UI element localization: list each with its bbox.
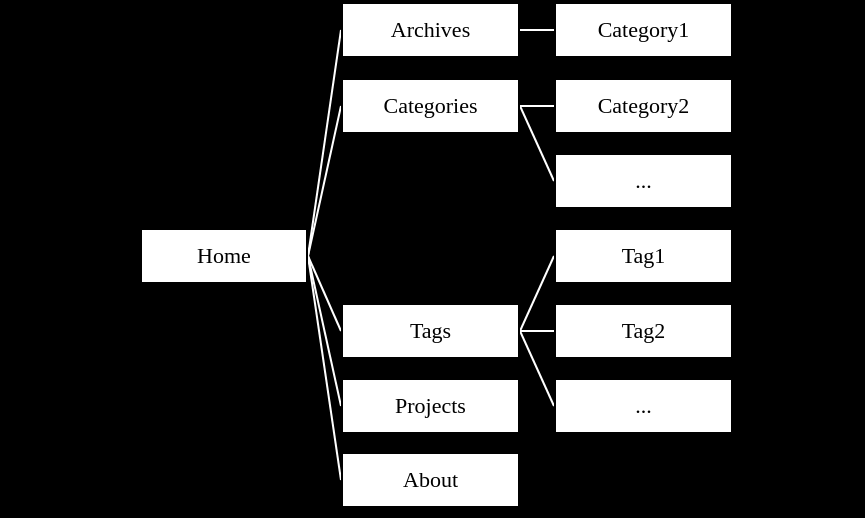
archives-node[interactable]: Archives — [341, 2, 520, 58]
tags-label: Tags — [410, 318, 451, 344]
about-node[interactable]: About — [341, 452, 520, 508]
svg-line-3 — [308, 256, 341, 406]
svg-line-2 — [308, 256, 341, 331]
svg-line-4 — [308, 256, 341, 480]
ellipsis1-label: ... — [635, 168, 652, 194]
svg-line-10 — [520, 331, 554, 406]
home-node[interactable]: Home — [140, 228, 308, 284]
archives-label: Archives — [391, 17, 470, 43]
projects-node[interactable]: Projects — [341, 378, 520, 434]
svg-line-7 — [520, 106, 554, 181]
svg-line-1 — [308, 106, 341, 256]
tag1-label: Tag1 — [622, 243, 666, 269]
categories-label: Categories — [383, 93, 477, 119]
tags-node[interactable]: Tags — [341, 303, 520, 359]
category1-node[interactable]: Category1 — [554, 2, 733, 58]
ellipsis1-node: ... — [554, 153, 733, 209]
category2-node[interactable]: Category2 — [554, 78, 733, 134]
ellipsis2-node: ... — [554, 378, 733, 434]
home-label: Home — [197, 243, 251, 269]
category1-label: Category1 — [598, 17, 690, 43]
svg-line-0 — [308, 30, 341, 256]
tag2-node[interactable]: Tag2 — [554, 303, 733, 359]
ellipsis2-label: ... — [635, 393, 652, 419]
tag2-label: Tag2 — [622, 318, 666, 344]
tag1-node[interactable]: Tag1 — [554, 228, 733, 284]
categories-node[interactable]: Categories — [341, 78, 520, 134]
category2-label: Category2 — [598, 93, 690, 119]
svg-line-8 — [520, 256, 554, 331]
about-label: About — [403, 467, 458, 493]
projects-label: Projects — [395, 393, 466, 419]
